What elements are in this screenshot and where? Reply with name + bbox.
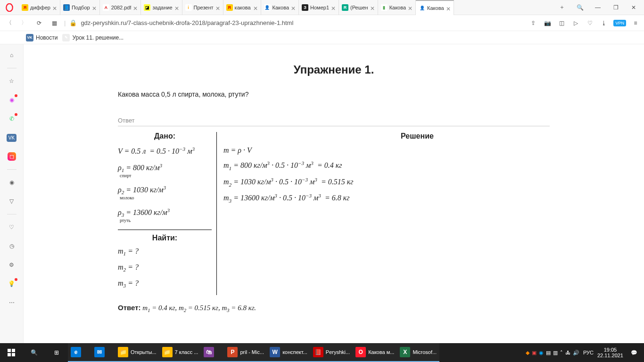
search-button[interactable]: 🔍 [23, 343, 45, 362]
tab-4[interactable]: iПрезент✕ [182, 0, 223, 15]
tray-icon[interactable]: ▥ [553, 350, 558, 356]
easy-setup-icon[interactable]: ≡ [631, 18, 640, 28]
start-button[interactable] [0, 343, 23, 362]
taskview-button[interactable]: ⊞ [45, 343, 68, 362]
app-icon: ✉ [94, 347, 105, 357]
tab-close-icon[interactable]: ✕ [133, 5, 138, 10]
g3: ρ2 = 1030 кг/м3 [118, 186, 166, 194]
taskbar-app-3[interactable]: 📁7 класс ... [159, 343, 201, 362]
minimize-button[interactable]: — [592, 2, 603, 13]
vk-icon[interactable]: VK [6, 132, 18, 144]
tab-favicon: R [342, 4, 348, 11]
tab-close-icon[interactable]: ✕ [92, 5, 97, 10]
tab-close-icon[interactable]: ✕ [370, 5, 375, 10]
tray-icon[interactable]: ▤ [546, 350, 551, 356]
download-icon[interactable]: ⭳ [599, 18, 609, 28]
language-indicator[interactable]: РУС [583, 350, 594, 355]
player-icon[interactable]: ◉ [6, 176, 18, 189]
app-icon: 📕 [313, 347, 323, 357]
bookmark-0[interactable]: VKНовости [26, 34, 58, 41]
taskbar-app-7[interactable]: 📕Peryshki... [310, 343, 353, 362]
app-label: Открыты... [131, 349, 157, 355]
tab-close-icon[interactable]: ✕ [446, 6, 451, 10]
share-icon[interactable]: ⇪ [528, 18, 538, 28]
volume-icon[interactable]: 🔊 [573, 350, 579, 356]
tab-0[interactable]: Ядиффер✕ [19, 0, 60, 15]
app-label: Какова м... [368, 349, 394, 355]
taskbar-app-0[interactable]: e [68, 343, 91, 362]
taskbar-app-1[interactable]: ✉ [91, 343, 115, 362]
more-icon[interactable]: ⋯ [6, 296, 18, 309]
tab-6[interactable]: 👤Какова✕ [261, 0, 299, 15]
tray-icon[interactable]: ▣ [532, 350, 537, 356]
send-icon[interactable]: ▷ [571, 18, 580, 28]
taskbar-app-5[interactable]: Ppril - Mic... [224, 343, 267, 362]
action-center-button[interactable]: 💬 [627, 343, 641, 362]
tab-10[interactable]: 👤Какова✕ [416, 0, 454, 15]
tray[interactable]: ◆ ▣ ◉ ▤ ▥ ˄ 🖧 🔊 [526, 350, 579, 356]
tab-close-icon[interactable]: ✕ [331, 5, 336, 10]
taskbar-app-2[interactable]: 📁Открыты... [115, 343, 159, 362]
tab-3[interactable]: ◪задание✕ [141, 0, 182, 15]
heart-icon[interactable]: ♡ [6, 221, 18, 233]
titlebar-controls: ＋ 🔍 — ❐ ✕ [552, 2, 644, 13]
tab-label: Подбор [72, 5, 90, 10]
tab-close-icon[interactable]: ✕ [253, 5, 258, 10]
tab-8[interactable]: R(Решен✕ [339, 0, 378, 15]
home-icon[interactable]: ⌂ [6, 49, 18, 61]
taskbar-app-8[interactable]: OКакова м... [353, 343, 397, 362]
tab-5[interactable]: Якакова✕ [223, 0, 261, 15]
maximize-button[interactable]: ❐ [610, 2, 621, 13]
tab-label: Презент [194, 5, 214, 10]
addr-right-controls: ⇪ 📷 ◫ ▷ ♡ ⭳ VPN ≡ [528, 18, 640, 28]
taskbar-app-4[interactable]: 🛍 [201, 343, 224, 362]
tab-close-icon[interactable]: ✕ [52, 5, 57, 10]
naiti-header: Найти: [118, 234, 212, 242]
tab-9[interactable]: ▮Какова✕ [378, 0, 416, 15]
close-button[interactable]: ✕ [628, 2, 639, 13]
sidebar-icon[interactable]: ◫ [557, 18, 566, 28]
settings-icon[interactable]: ⚙ [6, 259, 18, 271]
fav-icon[interactable]: ☆ [6, 75, 18, 87]
forward-button[interactable]: 〉 [19, 18, 29, 28]
svg-point-0 [6, 3, 13, 11]
history-icon[interactable]: ◷ [6, 240, 18, 252]
tab-search-button[interactable]: 🔍 [574, 2, 586, 13]
tray-chevron-icon[interactable]: ˄ [560, 350, 563, 356]
tab-favicon: 👤 [264, 4, 271, 11]
messenger-icon[interactable]: ◉ [6, 94, 18, 106]
opera-logo[interactable] [0, 3, 19, 12]
network-icon[interactable]: 🖧 [565, 350, 570, 355]
speed-dial-button[interactable]: ▦ [49, 18, 59, 28]
clock[interactable]: 19:05 22.11.2021 [597, 347, 623, 358]
taskbar-app-6[interactable]: Wконспект... [267, 343, 310, 362]
svg-rect-4 [12, 353, 15, 356]
tab-close-icon[interactable]: ✕ [408, 5, 413, 10]
g4: ρ3 = 13600 кг/м3 [118, 208, 170, 216]
whatsapp-icon[interactable]: ✆ [6, 113, 18, 125]
tab-close-icon[interactable]: ✕ [291, 5, 296, 10]
taskbar-app-9[interactable]: XMicrosof... [397, 343, 439, 362]
tab-favicon: A [103, 4, 109, 11]
bookmark-1[interactable]: ✎Урок 11. решение... [62, 34, 124, 41]
tray-icon[interactable]: ◉ [539, 350, 544, 356]
instagram-icon[interactable]: ◻ [6, 150, 18, 163]
neon-icon[interactable]: 💡 [6, 278, 18, 290]
flow-icon[interactable]: ▽ [6, 195, 18, 207]
new-tab-button[interactable]: ＋ [556, 2, 568, 13]
app-icon: 📁 [118, 347, 128, 357]
tab-close-icon[interactable]: ✕ [215, 5, 220, 10]
reload-button[interactable]: ⟳ [34, 18, 44, 28]
address-bar[interactable]: | 🔒 gdz-peryshkin.ru/7-class-uchebnik-dr… [64, 19, 524, 26]
final-answer: Ответ: m1 = 0.4 кг, m2 = 0.515 кг, m3 = … [118, 304, 550, 313]
tab-close-icon[interactable]: ✕ [174, 5, 179, 10]
heart-icon[interactable]: ♡ [585, 18, 594, 28]
screenshot-icon[interactable]: 📷 [543, 18, 552, 28]
tab-2[interactable]: A2082.pdf✕ [100, 0, 141, 15]
tray-icon[interactable]: ◆ [526, 350, 529, 356]
vpn-badge[interactable]: VPN [613, 20, 626, 26]
back-button[interactable]: 〈 [4, 18, 14, 28]
app-label: Peryshki... [326, 349, 350, 355]
tab-1[interactable]: 📘Подбор✕ [60, 0, 100, 15]
tab-7[interactable]: ЗНомер1✕ [299, 0, 339, 15]
